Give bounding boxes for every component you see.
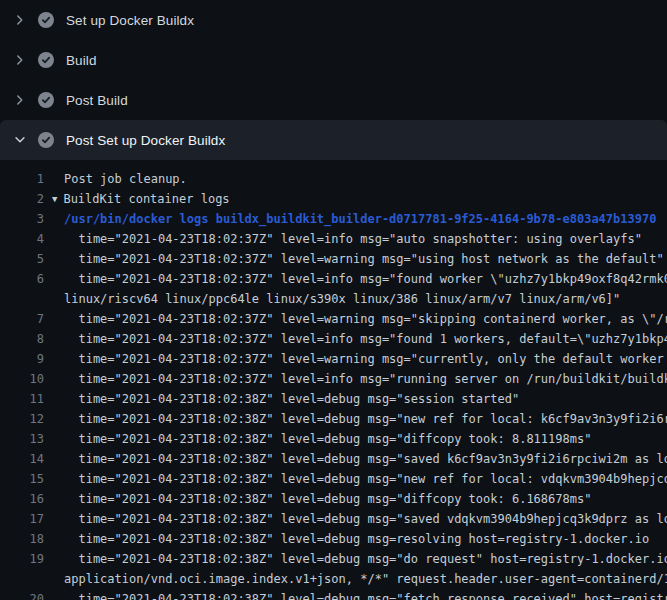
log-line-text: linux/riscv64 linux/ppc64le linux/s390x … [64, 292, 620, 306]
log-line-text: ▼BuildKit container logs [52, 192, 230, 206]
line-number[interactable]: 8 [0, 332, 44, 346]
step-label: Post Build [66, 93, 128, 108]
log-line: 18 time="2021-04-23T18:02:38Z" level=deb… [0, 529, 667, 549]
log-line: 1Post job cleanup. [0, 169, 667, 189]
log-line: 5 time="2021-04-23T18:02:37Z" level=warn… [0, 249, 667, 269]
log-line: 2▼BuildKit container logs [0, 189, 667, 209]
log-line: 8 time="2021-04-23T18:02:37Z" level=info… [0, 329, 667, 349]
command-log-text: /usr/bin/docker logs buildx_buildkit_bui… [64, 212, 656, 226]
actions-log-viewer: Set up Docker BuildxBuildPost BuildPost … [0, 0, 667, 600]
triangle-down-icon[interactable]: ▼ [52, 194, 57, 204]
log-line: 17 time="2021-04-23T18:02:38Z" level=deb… [0, 509, 667, 529]
line-number[interactable]: 9 [0, 352, 44, 366]
line-number[interactable]: 4 [0, 232, 44, 246]
log-line-text: time="2021-04-23T18:02:38Z" level=debug … [64, 412, 667, 426]
line-number[interactable]: 12 [0, 412, 44, 426]
line-number[interactable]: 20 [0, 592, 44, 600]
step-row[interactable]: Post Set up Docker Buildx [0, 120, 667, 160]
log-line: 11 time="2021-04-23T18:02:38Z" level=deb… [0, 389, 667, 409]
line-number[interactable]: 15 [0, 472, 44, 486]
log-line-text: time="2021-04-23T18:02:38Z" level=debug … [64, 452, 667, 466]
step-row[interactable]: Build [0, 40, 667, 80]
step-label: Build [66, 53, 97, 68]
log-line-text: time="2021-04-23T18:02:38Z" level=debug … [64, 492, 591, 506]
check-circle-icon [38, 132, 54, 148]
line-number[interactable]: 13 [0, 432, 44, 446]
step-label: Post Set up Docker Buildx [66, 133, 225, 148]
line-number[interactable]: 19 [0, 552, 44, 566]
line-number[interactable]: 16 [0, 492, 44, 506]
line-number[interactable]: 1 [0, 172, 44, 186]
check-circle-icon [38, 52, 54, 68]
line-number[interactable]: 7 [0, 312, 44, 326]
log-line: 7 time="2021-04-23T18:02:37Z" level=warn… [0, 309, 667, 329]
log-line: 10 time="2021-04-23T18:02:37Z" level=inf… [0, 369, 667, 389]
log-line: 3/usr/bin/docker logs buildx_buildkit_bu… [0, 209, 667, 229]
log-line-text: application/vnd.oci.image.index.v1+json,… [64, 572, 667, 586]
log-line-text: time="2021-04-23T18:02:37Z" level=warnin… [64, 352, 667, 366]
log-line-text: time="2021-04-23T18:02:38Z" level=debug … [64, 592, 667, 600]
log-line-text: time="2021-04-23T18:02:38Z" level=debug … [64, 432, 591, 446]
log-line: 16 time="2021-04-23T18:02:38Z" level=deb… [0, 489, 667, 509]
steps-list: Set up Docker BuildxBuildPost BuildPost … [0, 0, 667, 160]
log-line-text: time="2021-04-23T18:02:37Z" level=info m… [64, 332, 667, 346]
log-line-text: time="2021-04-23T18:02:37Z" level=warnin… [64, 252, 664, 266]
log-line: 6 time="2021-04-23T18:02:37Z" level=info… [0, 269, 667, 289]
log-line: 9 time="2021-04-23T18:02:37Z" level=warn… [0, 349, 667, 369]
log-line: 19 time="2021-04-23T18:02:38Z" level=deb… [0, 549, 667, 569]
log-line: application/vnd.oci.image.index.v1+json,… [0, 569, 667, 589]
log-line-text: time="2021-04-23T18:02:38Z" level=debug … [64, 472, 667, 486]
log-line-text: time="2021-04-23T18:02:38Z" level=debug … [64, 512, 667, 526]
step-label: Set up Docker Buildx [66, 13, 194, 28]
log-line: 12 time="2021-04-23T18:02:38Z" level=deb… [0, 409, 667, 429]
log-line-text: time="2021-04-23T18:02:38Z" level=debug … [64, 532, 649, 546]
line-number[interactable]: 17 [0, 512, 44, 526]
chevron-right-icon[interactable] [12, 12, 28, 28]
chevron-down-icon[interactable] [12, 132, 28, 148]
log-line: 13 time="2021-04-23T18:02:38Z" level=deb… [0, 429, 667, 449]
log-line-text: time="2021-04-23T18:02:37Z" level=info m… [64, 372, 667, 386]
log-line-text: time="2021-04-23T18:02:37Z" level=info m… [64, 232, 642, 246]
check-circle-icon [38, 92, 54, 108]
chevron-right-icon[interactable] [12, 52, 28, 68]
line-number[interactable]: 18 [0, 532, 44, 546]
log-line: 14 time="2021-04-23T18:02:38Z" level=deb… [0, 449, 667, 469]
log-line-text: time="2021-04-23T18:02:37Z" level=info m… [64, 272, 667, 286]
line-number[interactable]: 14 [0, 452, 44, 466]
chevron-right-icon[interactable] [12, 92, 28, 108]
line-number[interactable]: 3 [0, 212, 44, 226]
log-line-text: time="2021-04-23T18:02:38Z" level=debug … [64, 552, 667, 566]
log-line-text: Post job cleanup. [64, 172, 187, 186]
line-number[interactable]: 2 [0, 192, 44, 206]
line-number[interactable]: 6 [0, 272, 44, 286]
log-line: linux/riscv64 linux/ppc64le linux/s390x … [0, 289, 667, 309]
log-line-text: time="2021-04-23T18:02:38Z" level=debug … [64, 392, 519, 406]
log-line: 20 time="2021-04-23T18:02:38Z" level=deb… [0, 589, 667, 600]
log-line: 15 time="2021-04-23T18:02:38Z" level=deb… [0, 469, 667, 489]
log-line-text: time="2021-04-23T18:02:37Z" level=warnin… [64, 312, 667, 326]
line-number[interactable]: 5 [0, 252, 44, 266]
check-circle-icon [38, 12, 54, 28]
log-line: 4 time="2021-04-23T18:02:37Z" level=info… [0, 229, 667, 249]
log-area: 1Post job cleanup.2▼BuildKit container l… [0, 160, 667, 600]
line-number[interactable]: 11 [0, 392, 44, 406]
group-title: BuildKit container logs [63, 192, 229, 206]
step-row[interactable]: Set up Docker Buildx [0, 0, 667, 40]
step-row[interactable]: Post Build [0, 80, 667, 120]
line-number[interactable]: 10 [0, 372, 44, 386]
